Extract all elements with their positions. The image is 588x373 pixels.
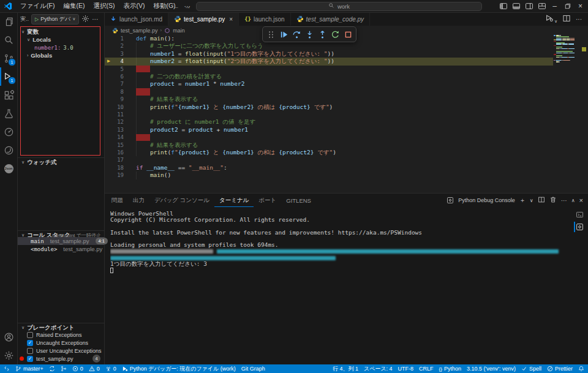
debug-config-dropdown[interactable]: ▷ Python デバ ∨ [31,14,79,24]
status-prettier[interactable]: Prettier [547,366,573,372]
panel-tab-problems[interactable]: 問題 [107,194,128,207]
globals-scope[interactable]: › Globals [17,51,104,59]
restore-button[interactable] [561,0,574,12]
activity-account[interactable] [0,328,17,346]
activity-extensions[interactable] [0,86,17,104]
code-line-11[interactable]: 11 [104,111,553,118]
activity-gauge[interactable] [0,122,17,141]
code-line-18[interactable]: 18if __name__ == "__main__": [104,164,553,171]
menu-file[interactable]: ファイル(F) [16,2,59,10]
sidebar-more-icon[interactable]: ··· [92,16,98,23]
active-terminal-label[interactable]: Python Debug Console [458,197,515,203]
run-python-button[interactable]: ∨ [545,14,557,24]
stack-frame-module[interactable]: <module>test_sample.py [17,245,104,253]
variable-number1[interactable]: number1: 3.0 [17,43,104,51]
status-eol[interactable]: CRLF [419,366,434,372]
split-editor-button[interactable] [538,196,545,205]
status-warnings[interactable]: 0 [89,366,100,372]
more-icon[interactable]: ··· [576,16,582,23]
status-git-graph-icon[interactable] [61,366,67,372]
status-spell[interactable]: Spell [521,366,541,372]
step-into-button[interactable] [303,28,315,40]
close-window-button[interactable]: × [574,0,587,12]
status-language-mode[interactable]: {}Python [439,366,461,372]
activity-beaker[interactable] [0,104,17,122]
layout-grid-button[interactable] [535,0,548,12]
code-line-12[interactable]: 12 # product に number1 の値 を足す [104,118,553,126]
status-git-graph[interactable]: Git Graph [241,366,265,372]
code-line-16[interactable]: 16 print(f"{product} と {number1} の和は {pr… [104,149,553,156]
add-button[interactable]: ＋ [519,196,526,205]
status-remote-indicator[interactable] [4,366,10,372]
restart-button[interactable] [329,28,341,40]
breakpoint-item[interactable]: User Uncaught Exceptions [17,347,104,355]
editor-tab-launch-json[interactable]: {}launch.json [239,12,290,26]
close-button[interactable]: × [579,197,583,204]
status-git-branch[interactable]: master+ [15,366,43,372]
status-debugger[interactable]: Python デバッガー: 現在のファイル (work) [122,365,236,373]
back-icon[interactable]: ← [173,2,179,10]
status-cursor-position[interactable]: 行 4、列 1 [333,365,358,373]
variables-section-header[interactable]: ∨ 変数 [17,28,104,36]
code-line-3[interactable]: 3 number1 = float(input("1つ目の数字を入力してください… [104,50,553,58]
status-encoding[interactable]: UTF-8 [398,366,414,372]
menu-view[interactable]: 表示(V) [119,2,149,10]
status-indentation[interactable]: スペース: 4 [364,365,393,373]
code-line-15[interactable]: 15 # 結果を表示する [104,141,553,149]
chevron-up-button[interactable]: ∧ [571,197,575,203]
trash-button[interactable] [549,196,557,205]
code-line-13[interactable]: 13 product2 = product + number1 [104,126,553,134]
stop-button[interactable] [342,28,354,40]
breakpoint-checkbox[interactable]: ✓ [27,340,33,346]
activity-source-control[interactable]: 1 [0,49,17,67]
minimap[interactable] [554,35,575,193]
status-errors[interactable]: 0 [72,366,83,372]
terminal-rail-powershell[interactable] [574,209,586,220]
layout-sidebar-button[interactable] [497,0,510,12]
breakpoint-checkbox[interactable] [27,332,33,338]
menu-selection[interactable]: 選択(S) [89,2,119,10]
more-icon[interactable]: ··· [561,197,567,204]
code-line-7[interactable]: 7 product = number1 * number2 [104,80,553,88]
stack-frame-main[interactable]: maintest_sample.py4:1 [17,237,104,245]
panel-tab-ports[interactable]: ポート [254,194,281,207]
terminal-rail-debug-console[interactable] [574,222,586,232]
activity-run-debug[interactable]: 1 [0,67,17,86]
debug-settings-gear[interactable] [81,15,89,24]
minimize-button[interactable]: – [548,0,561,12]
activity-settings-gear[interactable] [0,346,17,364]
code-line-5[interactable]: 5 [104,66,553,73]
panel-tab-terminal[interactable]: ターミナル [214,194,254,207]
activity-swoosh[interactable] [0,141,17,159]
panel-tab-gitlens[interactable]: GITLENS [281,194,316,207]
terminal-output[interactable]: Windows PowerShellCopyright (C) Microsof… [110,211,572,362]
editor-tab-launch-json-md[interactable]: launch_json.md [104,12,168,26]
panel-tab-debug-console[interactable]: デバッグ コンソール [149,194,214,207]
locals-scope[interactable]: ∨ Locals [17,36,104,43]
continue-button[interactable] [277,28,290,40]
editor-tab-test-sample-code-py[interactable]: test_sample_code.py [291,12,371,26]
status-python-interpreter[interactable]: 3.10.5 ('venv': venv) [467,366,516,372]
panel-tab-output[interactable]: 出力 [128,194,149,207]
code-line-9[interactable]: 9 # 結果を表示する [104,96,553,103]
activity-files[interactable] [0,12,17,31]
breakpoint-item[interactable]: Raised Exceptions [17,331,104,339]
code-line-6[interactable]: 6 # 二つの数の積を計算する [104,73,553,80]
breakpoint-item[interactable]: ✓Uncaught Exceptions [17,339,104,347]
layout-sidebar-right-button[interactable] [522,0,535,12]
breadcrumb-file[interactable]: test_sample.py [121,28,158,34]
breakpoint-item[interactable]: ✓test_sample.py4 [17,355,104,363]
activity-search[interactable] [0,31,17,49]
activity-json-badge[interactable]: Json [0,159,17,178]
code-line-19[interactable]: 19 main() [104,171,553,179]
code-line-17[interactable]: 17 [104,156,553,164]
forward-icon[interactable]: → [184,2,191,10]
layout-panel-button[interactable] [510,0,522,12]
code-line-14[interactable]: 14 [104,134,553,141]
start-debug-icon[interactable]: ▷ [35,17,39,22]
step-over-button[interactable] [290,28,303,40]
breakpoint-checkbox[interactable] [27,348,33,354]
status-notifications[interactable] [578,366,584,372]
close-tab-icon[interactable]: × [229,16,233,23]
status-sync[interactable] [49,366,55,372]
